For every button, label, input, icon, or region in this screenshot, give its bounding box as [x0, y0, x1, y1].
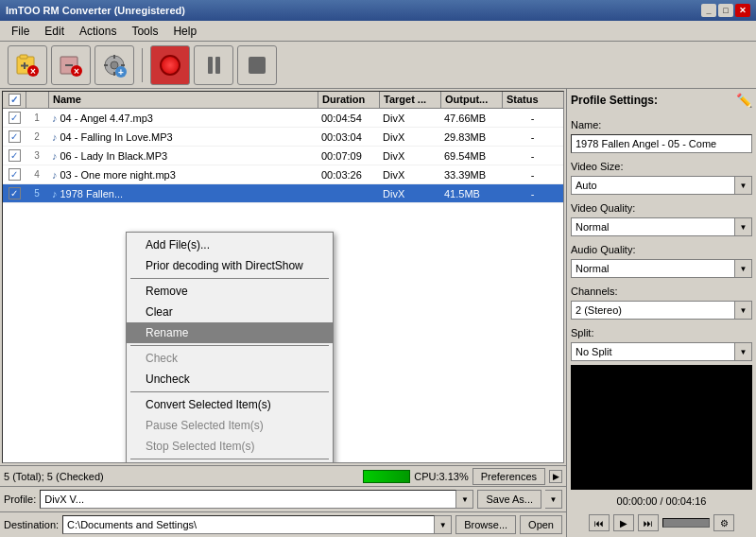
save-dropdown-arrow[interactable]: ▼	[545, 490, 562, 509]
video-size-arrow[interactable]: ▼	[735, 176, 752, 195]
check-cell-2[interactable]: ✓	[3, 130, 26, 143]
file-row[interactable]: ✓ 4 ♪ 03 - One more night.mp3 00:03:26 D…	[3, 165, 563, 184]
header-duration: Duration	[318, 92, 379, 108]
filename-4: 03 - One more night.mp3	[60, 169, 176, 181]
file-row[interactable]: ✓ 2 ♪ 04 - Falling In Love.MP3 00:03:04 …	[3, 128, 563, 147]
preview-area	[571, 365, 752, 490]
menu-edit[interactable]: Edit	[37, 23, 72, 40]
split-select-wrapper: No Split ▼	[571, 342, 752, 361]
ctx-convert-selected[interactable]: Convert Selected Item(s)	[127, 394, 333, 415]
video-quality-select-wrapper: Normal ▼	[571, 217, 752, 236]
rewind-button[interactable]: ⏮	[589, 514, 610, 531]
pause-button[interactable]	[194, 45, 233, 85]
header-status: Status	[502, 92, 563, 108]
ctx-uncheck[interactable]: Uncheck	[127, 369, 333, 390]
header-check: ✓	[3, 92, 26, 108]
output-cell-3: 69.54MB	[440, 150, 502, 162]
menu-tools[interactable]: Tools	[124, 23, 165, 40]
status-cell-3: -	[502, 150, 563, 162]
preferences-button[interactable]: Preferences	[472, 468, 545, 485]
music-icon-1: ♪	[52, 113, 58, 124]
menu-actions[interactable]: Actions	[72, 23, 124, 40]
ctx-prior-decoding[interactable]: Prior decoding with DirectShow	[127, 255, 333, 276]
menu-file[interactable]: File	[4, 23, 37, 40]
fast-forward-button[interactable]: ⏭	[638, 514, 659, 531]
check-cell-3[interactable]: ✓	[3, 149, 26, 162]
total-count: 5 (Total); 5 (Checked)	[4, 471, 104, 482]
edit-icon[interactable]: ✏️	[736, 93, 752, 108]
filename-2: 04 - Falling In Love.MP3	[60, 131, 173, 143]
play-button[interactable]: ▶	[613, 514, 634, 531]
ctx-remove[interactable]: Remove	[127, 281, 333, 302]
settings-button[interactable]: ⚙	[713, 514, 734, 531]
stop-button[interactable]	[237, 45, 277, 85]
scroll-right-button[interactable]: ▶	[549, 470, 562, 483]
title-bar: ImTOO RM Converter (Unregistered) _ □ ✕	[0, 0, 756, 21]
profile-settings-title: Profile Settings: ✏️	[571, 93, 752, 108]
file-row[interactable]: ✓ 3 ♪ 06 - Lady In Black.MP3 00:07:09 Di…	[3, 147, 563, 165]
music-icon-2: ♪	[52, 131, 58, 143]
name-input[interactable]	[571, 134, 752, 153]
file-list-container: ✓ Name Duration Target ... Output... Sta…	[2, 91, 564, 463]
status-cell-2: -	[502, 131, 563, 143]
target-cell-1: DivX	[379, 113, 440, 124]
check-cell-5[interactable]: ✓	[3, 187, 26, 199]
video-quality-arrow[interactable]: ▼	[735, 217, 752, 236]
num-cell-5: 5	[26, 188, 48, 199]
close-button[interactable]: ✕	[735, 4, 750, 17]
profile-value[interactable]: DivX V...	[40, 490, 456, 509]
ctx-clear[interactable]: Clear	[127, 302, 333, 322]
remove-button[interactable]: ×	[51, 45, 91, 85]
channels-label: Channels:	[571, 286, 752, 297]
checkbox-2[interactable]: ✓	[9, 130, 21, 143]
add-files-button[interactable]: ×	[8, 45, 47, 85]
channels-arrow[interactable]: ▼	[735, 301, 752, 320]
ctx-separator-3	[130, 391, 329, 392]
maximize-button[interactable]: □	[718, 4, 733, 17]
target-cell-5: DivX	[379, 188, 440, 199]
options-button[interactable]: +	[94, 45, 134, 85]
checkbox-3[interactable]: ✓	[9, 149, 21, 162]
file-row[interactable]: ✓ 1 ♪ 04 - Angel 4.47.mp3 00:04:54 DivX …	[3, 109, 563, 128]
profile-dropdown-arrow[interactable]: ▼	[456, 490, 473, 509]
file-list-header: ✓ Name Duration Target ... Output... Sta…	[3, 92, 563, 109]
name-cell-3: ♪ 06 - Lady In Black.MP3	[48, 150, 318, 162]
audio-quality-arrow[interactable]: ▼	[735, 259, 752, 278]
minimize-button[interactable]: _	[701, 4, 716, 17]
check-all[interactable]: ✓	[9, 94, 21, 106]
music-icon-5: ♪	[52, 188, 58, 199]
check-cell-4[interactable]: ✓	[3, 168, 26, 181]
name-cell-1: ♪ 04 - Angel 4.47.mp3	[48, 113, 318, 124]
checkbox-5[interactable]: ✓	[9, 187, 21, 199]
context-menu: Add File(s)... Prior decoding with Direc…	[126, 232, 334, 463]
status-cell-5: -	[502, 188, 563, 199]
output-cell-5: 41.5MB	[440, 188, 502, 199]
ctx-add-profile[interactable]: Add Profile	[127, 461, 333, 463]
ctx-add-files[interactable]: Add File(s)...	[127, 234, 333, 255]
destination-dropdown-arrow[interactable]: ▼	[435, 515, 452, 534]
ctx-rename[interactable]: Rename	[127, 322, 333, 343]
header-num	[26, 92, 48, 108]
svg-text:+: +	[118, 67, 124, 78]
audio-quality-select-wrapper: Normal ▼	[571, 259, 752, 278]
music-icon-4: ♪	[52, 169, 58, 181]
menu-help[interactable]: Help	[165, 23, 204, 40]
svg-text:×: ×	[30, 66, 36, 77]
check-cell-1[interactable]: ✓	[3, 112, 26, 124]
svg-rect-1	[20, 55, 27, 59]
open-button[interactable]: Open	[520, 515, 562, 534]
ctx-pause-selected: Pause Selected Item(s)	[127, 415, 333, 436]
volume-slider[interactable]	[662, 518, 710, 528]
convert-button[interactable]	[150, 45, 190, 85]
dur-cell-1: 00:04:54	[318, 113, 379, 124]
split-arrow[interactable]: ▼	[735, 342, 752, 361]
destination-path[interactable]: C:\Documents and Settings\	[62, 515, 435, 534]
cpu-usage: CPU:3.13%	[414, 471, 468, 482]
save-as-button[interactable]: Save As...	[477, 490, 541, 509]
checkbox-1[interactable]: ✓	[9, 112, 21, 124]
video-size-value: Auto	[571, 176, 735, 195]
browse-button[interactable]: Browse...	[455, 515, 516, 534]
file-row-selected[interactable]: ✓ 5 ♪ 1978 Fallen... DivX 41.5MB -	[3, 184, 563, 203]
name-cell-5: ♪ 1978 Fallen...	[48, 188, 318, 199]
checkbox-4[interactable]: ✓	[9, 168, 21, 181]
